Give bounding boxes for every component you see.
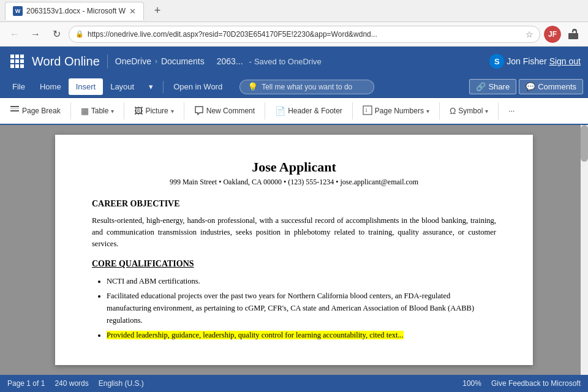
doc-contact-info: 999 Main Street • Oakland, CA 00000 • (1… [92,178,496,187]
toolbar-divider-6 [439,102,440,119]
menu-home[interactable]: Home [32,78,69,95]
document-content: Jose Applicant 999 Main Street • Oakland… [92,159,496,341]
scrollbar-thumb[interactable] [581,125,588,162]
browser-tab[interactable]: W 2063153v1.docx - Microsoft W ✕ [5,2,144,20]
lock-icon: 🔒 [75,30,84,38]
refresh-button[interactable]: ↻ [48,26,65,43]
back-button[interactable]: ← [6,26,23,43]
word-header: Word Online OneDrive › Documents 2063...… [0,47,588,76]
document-area: Jose Applicant 999 Main Street • Oakland… [0,125,588,375]
doc-applicant-name: Jose Applicant [92,159,496,175]
highlighted-text: Provided leadership, guidance, leadershi… [107,331,404,339]
table-dropdown-arrow: ▾ [111,108,114,115]
header-footer-button[interactable]: 📄 Header & Footer [270,104,347,118]
new-comment-label: New Comment [206,107,255,115]
toolbar-divider-7 [498,102,499,119]
toolbar-divider-1 [70,102,71,119]
bookmark-icon[interactable]: ☆ [526,29,533,39]
new-tab-button[interactable]: + [149,2,166,20]
browser-titlebar: W 2063153v1.docx - Microsoft W ✕ + [0,0,588,22]
share-label: Share [488,82,510,91]
comments-button[interactable]: 💬 Comments [519,79,583,94]
symbol-icon: Ω [450,106,456,116]
page-break-button[interactable]: Page Break [5,103,66,119]
more-icon: ··· [508,107,514,115]
core-qualifications-title: CORE QUALIFICATIONS [92,259,496,269]
new-comment-button[interactable]: New Comment [189,103,260,119]
table-button[interactable]: ▦ Table ▾ [76,104,119,118]
share-button[interactable]: 🔗 Share [469,79,516,94]
toolbar-divider-2 [124,102,124,119]
breadcrumb[interactable]: OneDrive › Documents [115,56,205,66]
list-item-1: NCTI and ABM certifications. [107,275,496,287]
menu-divider [163,81,164,93]
page-break-label: Page Break [22,107,61,115]
symbol-dropdown-arrow: ▾ [485,108,488,115]
zoom-level[interactable]: 100% [462,379,481,388]
symbol-button[interactable]: Ω Symbol ▾ [445,104,493,118]
list-item-3: Provided leadership, guidance, leadershi… [107,329,496,341]
url-text: https://onedrive.live.com/edit.aspx?resi… [88,30,522,39]
more-button[interactable]: ··· [503,104,519,118]
career-objective-text: Results-oriented, high-energy, hands-on … [92,215,496,249]
toolbar-divider-3 [184,102,184,119]
page-numbers-label: Page Numbers [375,107,424,115]
career-objective-title: CAREER OBJECTIVE [92,199,496,209]
picture-button[interactable]: 🖼 Picture ▾ [129,104,178,118]
menu-layout[interactable]: Layout [103,78,141,95]
page-break-icon [10,105,20,117]
word-logo: Word Online [32,55,108,69]
onedrive-label: OneDrive [115,56,151,66]
header-footer-icon: 📄 [275,106,285,116]
ribbon-toolbar: Page Break ▦ Table ▾ 🖼 Picture ▾ New Com… [0,98,588,125]
list-item-2: Facilitated educational projects over th… [107,290,496,326]
svg-rect-1 [10,108,19,109]
menu-more-dropdown[interactable]: ▾ [141,78,160,95]
tab-close-button[interactable]: ✕ [129,7,136,16]
symbol-label: Symbol [458,107,483,115]
tell-me-text: Tell me what you want to do [262,83,352,91]
tab-title: 2063153v1.docx - Microsoft W [26,7,126,15]
menu-insert[interactable]: Insert [69,78,104,95]
header-footer-label: Header & Footer [288,107,342,115]
page-info: Page 1 of 1 [7,379,45,388]
tell-me-box[interactable]: 💡 Tell me what you want to do [239,80,374,94]
page-numbers-button[interactable]: 1 Page Numbers ▾ [358,103,434,119]
waffle-grid-icon [10,55,24,68]
save-status-text: Saved to OneDrive [254,57,322,66]
toolbar-divider-4 [265,102,265,119]
extensions-button[interactable] [565,26,582,43]
lightbulb-icon: 💡 [247,82,258,92]
address-bar[interactable]: 🔒 https://onedrive.live.com/edit.aspx?re… [69,26,540,43]
ribbon-menubar: File Home Insert Layout ▾ Open in Word 💡… [0,76,588,98]
qualifications-list: NCTI and ABM certifications. Facilitated… [92,275,496,341]
forward-button[interactable]: → [27,26,44,43]
tab-favicon: W [13,6,23,16]
language[interactable]: English (U.S.) [99,379,144,388]
picture-label: Picture [145,107,168,115]
svg-rect-2 [10,110,19,111]
svg-rect-0 [10,106,19,107]
user-name[interactable]: Jon Fisher [507,56,546,66]
browser-navbar: ← → ↻ 🔒 https://onedrive.live.com/edit.a… [0,22,588,47]
document-page[interactable]: Jose Applicant 999 Main Street • Oakland… [55,135,533,365]
new-comment-icon [194,105,204,117]
feedback-link[interactable]: Give Feedback to Microsoft [491,379,581,388]
comments-label: Comments [538,82,576,91]
svg-text:1: 1 [365,108,368,113]
sign-out-link[interactable]: Sign out [549,56,581,66]
share-icon: 🔗 [476,82,486,91]
documents-label: Documents [161,56,205,66]
waffle-menu-button[interactable] [7,51,27,71]
filename: 2063... [217,56,243,66]
picture-dropdown-arrow: ▾ [171,108,174,115]
user-avatar-button[interactable]: JF [544,26,561,43]
menu-open-in-word[interactable]: Open in Word [166,78,230,95]
menu-file[interactable]: File [5,78,32,95]
page-numbers-dropdown-arrow: ▾ [426,108,429,115]
page-numbers-icon: 1 [363,105,372,117]
breadcrumb-separator: › [155,57,157,66]
avatar-image: JF [544,26,561,43]
skype-button[interactable]: S [487,51,507,71]
vertical-scrollbar[interactable] [581,125,588,375]
